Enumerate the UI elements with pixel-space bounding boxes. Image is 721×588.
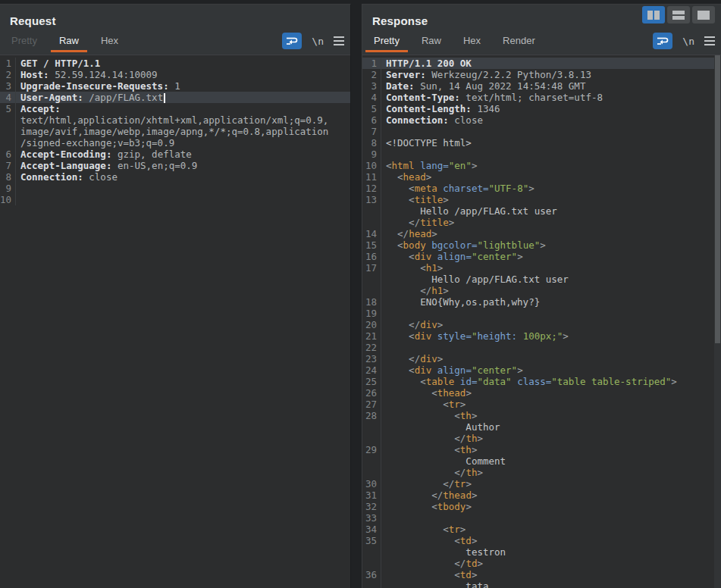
code-line[interactable]: 3Date: Sun, 14 Aug 2022 14:54:48 GMT [362, 80, 721, 92]
code-text: <table id="data" class="table table-stri… [381, 376, 677, 387]
line-number [362, 467, 381, 478]
code-line[interactable]: 23 </div> [362, 353, 721, 364]
code-line[interactable]: 1GET / HTTP/1.1 [0, 58, 350, 69]
code-line[interactable]: 30 </tr> [362, 478, 721, 489]
response-tab-hex[interactable]: Hex [455, 30, 489, 52]
code-line[interactable]: Hello /app/FLAG.txt user [362, 274, 721, 285]
line-number: 32 [362, 501, 381, 512]
menu-icon[interactable] [704, 36, 715, 45]
code-line[interactable]: 16 <div align="center"> [362, 251, 721, 262]
line-number [362, 421, 381, 433]
line-number: 27 [362, 399, 381, 410]
code-line[interactable]: Comment [362, 455, 721, 467]
response-tab-render[interactable]: Render [494, 30, 544, 52]
code-line[interactable]: 6Accept-Encoding: gzip, deflate [0, 149, 350, 160]
code-line[interactable]: </h1> [362, 285, 721, 296]
code-line[interactable]: 24 <div align="center"> [362, 364, 721, 376]
code-line[interactable]: 34 <tr> [362, 524, 721, 535]
request-tab-raw[interactable]: Raw [51, 30, 87, 52]
layout-single-icon[interactable] [692, 6, 715, 23]
line-number [362, 217, 381, 228]
code-line[interactable]: 12 <meta charset="UTF-8"> [362, 183, 721, 194]
response-scrollbar[interactable] [714, 55, 721, 588]
code-line[interactable]: 5Content-Length: 1346 [362, 103, 721, 114]
code-line[interactable]: 3Upgrade-Insecure-Requests: 1 [0, 80, 350, 92]
code-text: Host: 52.59.124.14:10009 [16, 69, 158, 80]
code-line[interactable]: 29 <th> [362, 444, 721, 455]
code-line[interactable]: 8Connection: close [0, 171, 350, 183]
code-line[interactable]: 4Content-Type: text/html; charset=utf-8 [362, 92, 721, 103]
code-line[interactable]: 10<html lang="en"> [362, 160, 721, 171]
code-line[interactable]: 11 <head> [362, 171, 721, 183]
code-line[interactable]: 4User-Agent: /app/FLAG.txt [0, 92, 350, 103]
code-line[interactable]: 32 <tbody> [362, 501, 721, 512]
code-line[interactable]: 36 <td> [362, 569, 721, 580]
code-line[interactable]: Hello /app/FLAG.txt user [362, 205, 721, 217]
response-tab-raw[interactable]: Raw [413, 30, 450, 52]
code-line[interactable]: 35 <td> [362, 535, 721, 546]
code-line[interactable]: 14 </head> [362, 228, 721, 239]
code-line[interactable]: 9 [362, 149, 721, 160]
line-number: 6 [0, 149, 16, 160]
code-line[interactable]: 28 <th> [362, 410, 721, 421]
scrollbar-thumb[interactable] [715, 55, 720, 343]
code-line[interactable]: 31 </thead> [362, 489, 721, 501]
code-line[interactable]: 15 <body bgcolor="lightblue"> [362, 239, 721, 251]
code-line[interactable]: Author [362, 421, 721, 433]
code-line[interactable]: 2Server: Werkzeug/2.2.2 Python/3.8.13 [362, 69, 721, 80]
code-line[interactable]: 7Accept-Language: en-US,en;q=0.9 [0, 160, 350, 171]
code-text [381, 512, 386, 524]
response-editor[interactable]: 1HTTP/1.1 200 OK2Server: Werkzeug/2.2.2 … [362, 55, 721, 588]
code-line[interactable]: 6Connection: close [362, 114, 721, 126]
code-line[interactable]: /signed-exchange;v=b3;q=0.9 [0, 137, 350, 149]
code-line[interactable]: 8<!DOCTYPE html> [362, 137, 721, 149]
code-line[interactable]: 19 [362, 308, 721, 319]
word-wrap-icon[interactable] [653, 33, 672, 49]
newline-icon[interactable]: \n [312, 36, 324, 47]
line-number [362, 455, 381, 467]
code-line[interactable]: 2Host: 52.59.124.14:10009 [0, 69, 350, 80]
code-line[interactable]: 13 <title> [362, 194, 721, 205]
code-line[interactable]: 17 <h1> [362, 262, 721, 274]
code-line[interactable]: tata [362, 580, 721, 588]
code-line[interactable]: text/html,application/xhtml+xml,applicat… [0, 114, 350, 126]
request-tab-hex[interactable]: Hex [92, 30, 127, 52]
code-line[interactable]: 7 [362, 126, 721, 137]
code-line[interactable]: 21 <div style="height: 100px;"> [362, 330, 721, 342]
code-line[interactable]: </td> [362, 558, 721, 569]
line-number: 8 [362, 137, 381, 149]
code-line[interactable]: image/avif,image/webp,image/apng,*/*;q=0… [0, 126, 350, 137]
request-panel-title: Request [0, 5, 350, 27]
layout-columns-icon[interactable] [642, 6, 665, 23]
code-line[interactable]: 5Accept: [0, 103, 350, 114]
code-text: <td> [381, 569, 477, 580]
response-tab-pretty[interactable]: Pretty [365, 30, 408, 52]
code-text: <div style="height: 100px;"> [381, 330, 569, 342]
code-line[interactable]: 18 ENO{Why,os.path,why?} [362, 296, 721, 308]
menu-icon[interactable] [334, 36, 344, 45]
code-line[interactable]: testron [362, 546, 721, 558]
layout-rows-icon[interactable] [667, 6, 690, 23]
line-number: 14 [362, 228, 381, 239]
newline-icon[interactable]: \n [682, 36, 694, 47]
line-number: 9 [0, 183, 16, 194]
code-line[interactable]: 26 <thead> [362, 387, 721, 399]
request-tab-pretty[interactable]: Pretty [3, 30, 45, 52]
code-line[interactable]: 9 [0, 183, 350, 194]
code-line[interactable]: 33 [362, 512, 721, 524]
code-line[interactable]: 20 </div> [362, 319, 721, 330]
code-line[interactable]: </th> [362, 433, 721, 444]
code-line[interactable]: </th> [362, 467, 721, 478]
line-number: 21 [362, 330, 381, 342]
code-line[interactable]: </title> [362, 217, 721, 228]
code-text: Connection: close [16, 171, 118, 183]
code-line[interactable]: 10 [0, 194, 350, 205]
word-wrap-icon[interactable] [282, 33, 302, 49]
code-text: Hello /app/FLAG.txt user [381, 274, 569, 285]
code-line[interactable]: 25 <table id="data" class="table table-s… [362, 376, 721, 387]
line-number [0, 137, 16, 149]
request-editor[interactable]: 1GET / HTTP/1.12Host: 52.59.124.14:10009… [0, 55, 350, 588]
code-line[interactable]: 1HTTP/1.1 200 OK [362, 58, 721, 69]
code-line[interactable]: 22 [362, 342, 721, 353]
code-line[interactable]: 27 <tr> [362, 399, 721, 410]
